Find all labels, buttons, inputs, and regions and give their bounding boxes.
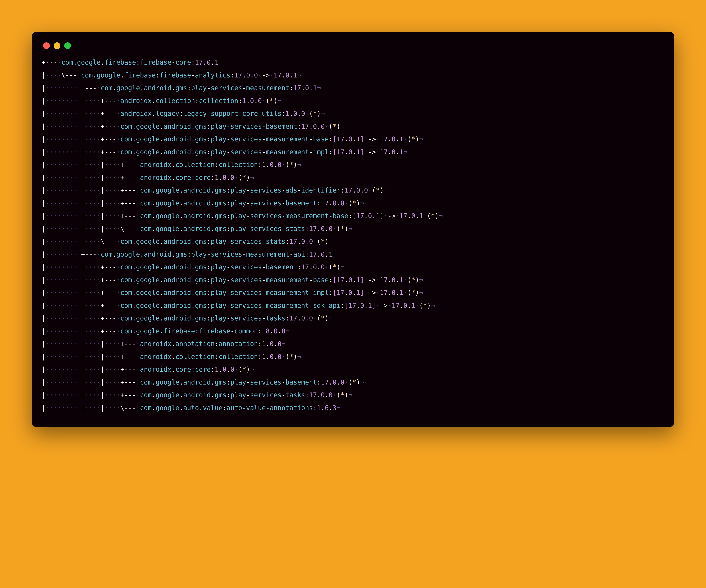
dependency-line: |·········|····+---·androidx.collection:… [42,94,664,108]
window-titlebar [42,40,664,56]
dependency-line: |·········+---·com.google.android.gms:pl… [42,82,664,94]
dependency-line: |·········|····+---·com.google.android.g… [42,286,664,299]
dependency-line: |·········|····|····+---·com.google.andr… [42,184,664,197]
dependency-line: |·········|····|····\---·com.google.auto… [42,402,664,415]
dependency-line: |·········|····|····+---·com.google.andr… [42,197,664,210]
dependency-line: |·········|····+---·com.google.android.g… [42,133,664,146]
dependency-line: |·········|····|····+---·androidx.core:c… [42,363,664,376]
dependency-line: |·········|····+---·androidx.legacy:lega… [42,107,664,120]
terminal-content: +---·com.google.firebase:firebase-core:1… [42,56,664,414]
dependency-line: |·········|····|····+---·com.google.andr… [42,210,664,223]
dependency-line: |·········|····+---·com.google.android.g… [42,120,664,133]
dependency-line: |·········|····|····\---·com.google.andr… [42,223,664,235]
dependency-line: |·········|····|····+---·androidx.annota… [42,338,664,350]
dependency-line: |·········|····|····+---·androidx.collec… [42,350,664,363]
dependency-line: |·········|····+---·com.google.android.g… [42,299,664,312]
dependency-line: |·········|····+---·com.google.android.g… [42,146,664,159]
maximize-icon[interactable] [64,42,71,49]
dependency-line: |·········|····\---·com.google.android.g… [42,235,664,248]
dependency-line: |·········|····+---·com.google.firebase:… [42,325,664,338]
dependency-line: |·········|····|····+---·androidx.core:c… [42,171,664,184]
minimize-icon[interactable] [54,42,61,49]
dependency-line: |·········|····+---·com.google.android.g… [42,274,664,286]
close-icon[interactable] [43,42,50,49]
terminal-window: +---·com.google.firebase:firebase-core:1… [32,32,674,427]
dependency-line: |·········|····+---·com.google.android.g… [42,312,664,325]
dependency-line: |·········|····|····+---·com.google.andr… [42,376,664,389]
dependency-line: +---·com.google.firebase:firebase-core:1… [42,56,664,69]
dependency-line: |·········|····|····+---·androidx.collec… [42,158,664,171]
dependency-line: |·········|····|····+---·com.google.andr… [42,389,664,402]
dependency-line: |····\---·com.google.firebase:firebase-a… [42,69,664,82]
dependency-line: |·········+---·com.google.android.gms:pl… [42,248,664,261]
dependency-line: |·········|····+---·com.google.android.g… [42,261,664,274]
